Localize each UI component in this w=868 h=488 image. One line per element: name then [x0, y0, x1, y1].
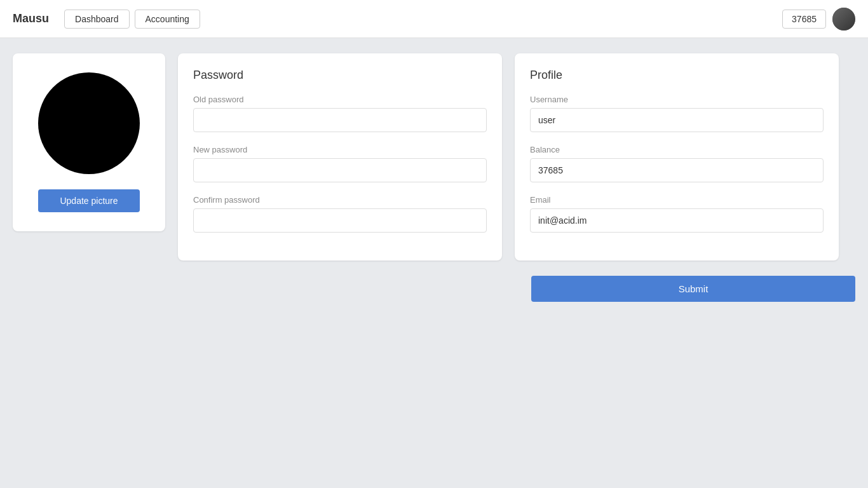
email-group: Email	[530, 195, 824, 233]
username-group: Username	[530, 95, 824, 132]
header: Mausu Dashboard Accounting 37685	[0, 0, 868, 38]
username-label: Username	[530, 95, 824, 104]
avatar-image	[832, 8, 855, 30]
main-content: Update picture Password Old password New…	[0, 38, 868, 276]
confirm-password-label: Confirm password	[193, 195, 487, 205]
logo: Mausu	[13, 12, 49, 25]
password-card-title: Password	[193, 69, 487, 82]
old-password-input[interactable]	[193, 108, 487, 132]
password-card: Password Old password New password Confi…	[178, 53, 502, 261]
avatar[interactable]	[832, 8, 855, 30]
bottom-area: Submit	[0, 276, 868, 317]
balance-input[interactable]	[530, 158, 824, 182]
username-input[interactable]	[530, 108, 824, 132]
old-password-group: Old password	[193, 95, 487, 132]
update-picture-button[interactable]: Update picture	[38, 189, 140, 212]
profile-card-title: Profile	[530, 69, 824, 82]
submit-button[interactable]: Submit	[531, 276, 855, 302]
confirm-password-input[interactable]	[193, 208, 487, 233]
nav: Dashboard Accounting	[64, 10, 772, 29]
profile-picture	[38, 72, 140, 174]
nav-dashboard-button[interactable]: Dashboard	[64, 10, 130, 29]
balance-label: Balance	[530, 145, 824, 154]
avatar-card: Update picture	[13, 53, 165, 231]
new-password-input[interactable]	[193, 158, 487, 182]
nav-accounting-button[interactable]: Accounting	[135, 10, 200, 29]
header-right: 37685	[782, 8, 855, 30]
email-input[interactable]	[530, 208, 824, 233]
balance-group: Balance	[530, 145, 824, 182]
balance-display: 37685	[782, 10, 826, 29]
old-password-label: Old password	[193, 95, 487, 104]
new-password-label: New password	[193, 145, 487, 154]
confirm-password-group: Confirm password	[193, 195, 487, 233]
profile-card: Profile Username Balance Email	[515, 53, 839, 261]
new-password-group: New password	[193, 145, 487, 182]
email-label: Email	[530, 195, 824, 205]
